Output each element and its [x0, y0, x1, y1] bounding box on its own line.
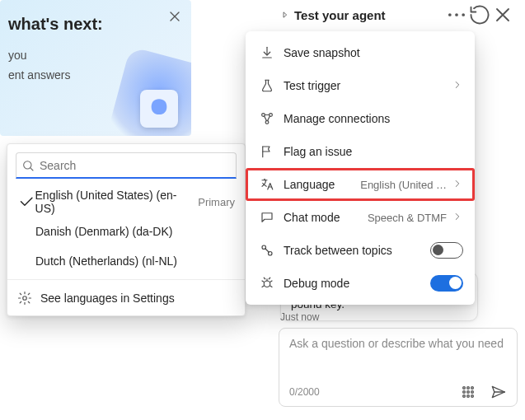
- test-panel-title: Test your agent: [294, 8, 386, 22]
- see-languages-in-settings[interactable]: See languages in Settings: [7, 279, 245, 315]
- collapse-caret-icon[interactable]: [281, 8, 289, 21]
- svg-point-17: [463, 395, 466, 398]
- menu-save-snapshot[interactable]: Save snapshot: [246, 36, 475, 69]
- svg-point-2: [448, 13, 452, 16]
- language-list: English (United States) (en-US) Primary …: [7, 184, 245, 279]
- check-icon: [17, 193, 35, 211]
- chevron-right-icon: [452, 211, 463, 225]
- menu-item-label: Debug mode: [284, 277, 430, 290]
- chevron-right-icon: [452, 79, 463, 93]
- svg-point-7: [265, 121, 269, 124]
- search-icon: [21, 159, 35, 172]
- close-panel-icon[interactable]: [491, 3, 514, 26]
- chat-icon: [257, 210, 277, 225]
- chevron-right-icon: [452, 178, 463, 192]
- bug-icon: [257, 276, 277, 291]
- download-icon: [257, 45, 277, 60]
- svg-point-19: [471, 395, 474, 398]
- test-panel-menu: Save snapshot Test trigger Manage connec…: [246, 31, 475, 305]
- svg-point-15: [467, 391, 470, 394]
- menu-item-label: Manage connections: [284, 112, 463, 125]
- language-option-tag: Primary: [198, 196, 235, 208]
- send-icon[interactable]: [489, 383, 507, 401]
- menu-test-trigger[interactable]: Test trigger: [246, 69, 475, 102]
- menu-item-label: Chat mode: [284, 211, 368, 224]
- language-option-label: Dutch (Netherlands) (nl-NL): [35, 254, 235, 268]
- gear-icon: [17, 291, 32, 306]
- language-popover: English (United States) (en-US) Primary …: [7, 143, 246, 316]
- language-option-da-dk[interactable]: Danish (Denmark) (da-DK): [7, 217, 245, 246]
- menu-flag-issue[interactable]: Flag an issue: [246, 135, 475, 168]
- track-topics-toggle[interactable]: [430, 242, 463, 259]
- more-options-icon[interactable]: [445, 3, 468, 26]
- message-timestamp: Just now: [280, 311, 319, 323]
- language-option-label: English (United States) (en-US): [35, 189, 194, 215]
- menu-language-value: English (United …: [360, 179, 447, 191]
- keypad-icon[interactable]: [459, 383, 477, 401]
- svg-point-12: [467, 387, 470, 390]
- copilot-badge-icon: [140, 90, 178, 128]
- svg-point-18: [467, 395, 470, 398]
- menu-chat-mode-value: Speech & DTMF: [368, 212, 447, 224]
- language-search-input[interactable]: [16, 152, 237, 179]
- close-icon[interactable]: [166, 8, 183, 25]
- language-option-label: Danish (Denmark) (da-DK): [35, 225, 235, 238]
- svg-point-10: [264, 281, 270, 287]
- chat-composer[interactable]: Ask a question or describe what you need…: [279, 328, 518, 407]
- whats-next-title: what's next:: [8, 15, 180, 34]
- language-option-nl-nl[interactable]: Dutch (Netherlands) (nl-NL): [7, 246, 245, 276]
- menu-item-label: Test trigger: [284, 79, 452, 92]
- see-languages-label: See languages in Settings: [40, 292, 175, 305]
- menu-item-label: Track between topics: [284, 244, 430, 257]
- language-search-field[interactable]: [40, 159, 231, 172]
- char-counter: 0/2000: [289, 386, 320, 398]
- svg-point-3: [455, 13, 458, 16]
- composer-placeholder: Ask a question or describe what you need: [289, 337, 507, 383]
- svg-point-16: [471, 391, 474, 394]
- svg-point-1: [23, 296, 27, 300]
- svg-point-13: [471, 387, 474, 390]
- language-icon: [257, 177, 277, 192]
- connections-icon: [257, 111, 277, 126]
- svg-point-4: [462, 13, 465, 16]
- svg-point-14: [463, 391, 466, 394]
- track-icon: [257, 243, 277, 258]
- menu-item-label: Language: [284, 178, 360, 191]
- menu-chat-mode[interactable]: Chat mode Speech & DTMF: [246, 201, 475, 234]
- menu-track-topics[interactable]: Track between topics: [246, 234, 475, 267]
- flag-icon: [257, 144, 277, 159]
- debug-mode-toggle[interactable]: [430, 275, 463, 292]
- whats-next-card: what's next: you ent answers: [0, 0, 191, 136]
- menu-manage-connections[interactable]: Manage connections: [246, 102, 475, 135]
- menu-language[interactable]: Language English (United …: [246, 168, 475, 201]
- svg-point-11: [463, 387, 466, 390]
- menu-item-label: Save snapshot: [284, 46, 463, 59]
- refresh-icon[interactable]: [468, 3, 491, 26]
- flask-icon: [257, 78, 277, 93]
- menu-debug-mode[interactable]: Debug mode: [246, 267, 475, 300]
- menu-item-label: Flag an issue: [284, 145, 463, 158]
- language-option-en-us[interactable]: English (United States) (en-US) Primary: [7, 187, 245, 217]
